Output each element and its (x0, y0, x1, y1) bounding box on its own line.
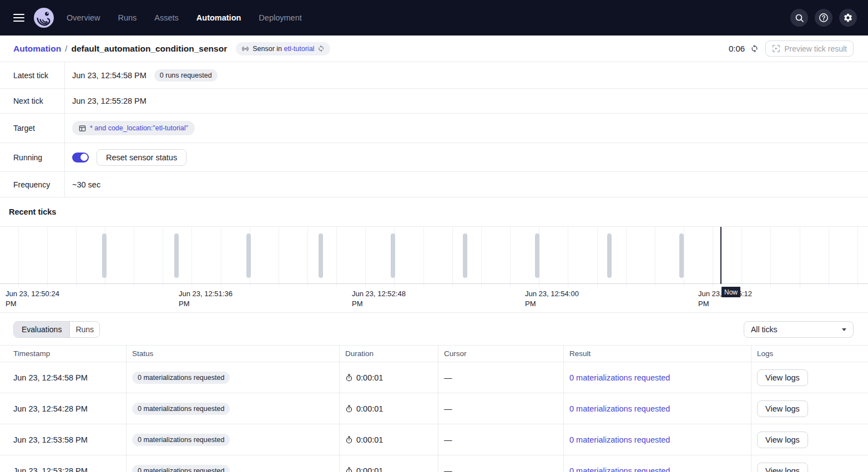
cell-duration: 0:00:01 (340, 455, 438, 472)
search-icon (795, 13, 804, 23)
tick-bar[interactable] (607, 234, 612, 278)
reload-icon[interactable] (317, 45, 325, 52)
page-header: Automation / default_automation_conditio… (0, 35, 868, 62)
frequency-label: Frequency (0, 172, 65, 197)
axis-label: Jun 23, 12:50:24PM (6, 289, 59, 309)
tick-bar[interactable] (535, 234, 539, 278)
breadcrumb-automation-link[interactable]: Automation (13, 44, 61, 54)
view-logs-button[interactable]: View logs (757, 463, 808, 472)
now-marker-line (720, 227, 721, 284)
dagster-logo[interactable] (33, 7, 54, 28)
col-status: Status (127, 346, 340, 362)
tick-bar[interactable] (391, 234, 395, 278)
tick-bar[interactable] (679, 234, 684, 278)
axis-label: Jun 23, 12:54:00PM (525, 289, 579, 309)
sensor-icon (241, 45, 249, 53)
breadcrumb-separator: / (65, 44, 67, 54)
page: Overview Runs Assets Automation Deployme… (0, 0, 868, 472)
sensor-chip-label: Sensor in etl-tutorial (253, 45, 314, 53)
results-toolbar: Evaluations Runs All ticks (0, 312, 868, 345)
settings-button[interactable] (839, 9, 857, 27)
result-link[interactable]: 0 materializations requested (569, 466, 670, 472)
cell-cursor: — (438, 362, 564, 393)
stopwatch-icon (345, 405, 353, 413)
cell-status: 0 materializations requested (127, 362, 340, 393)
tick-bar[interactable] (174, 234, 179, 278)
next-tick-label: Next tick (0, 89, 65, 113)
cell-status: 0 materializations requested (127, 455, 340, 472)
cell-result: 0 materializations requested (564, 393, 751, 424)
nav-item-runs[interactable]: Runs (118, 13, 137, 22)
reset-sensor-status-button[interactable]: Reset sensor status (97, 149, 186, 166)
help-button[interactable] (815, 9, 832, 27)
latest-tick-value: Jun 23, 12:54:58 PM (72, 71, 147, 80)
gear-icon (843, 13, 853, 23)
col-result: Result (564, 346, 751, 362)
nav-item-assets[interactable]: Assets (154, 13, 179, 22)
refresh-icon (750, 44, 759, 53)
view-logs-button[interactable]: View logs (757, 369, 808, 386)
chevron-down-icon (842, 328, 846, 331)
menu-icon[interactable] (13, 14, 24, 22)
target-row: Target * and code_location:"etl-tutorial… (0, 114, 868, 143)
preview-icon (772, 44, 780, 53)
tick-bar[interactable] (246, 234, 251, 278)
nav-items: Overview Runs Assets Automation Deployme… (67, 13, 302, 22)
header-actions: 0:06 Preview tick result (729, 40, 854, 57)
breadcrumb: Automation / default_automation_conditio… (13, 44, 227, 54)
cell-cursor: — (438, 455, 564, 472)
axis-label: Jun 23, 12:51:36PM (179, 289, 233, 309)
next-tick-value: Jun 23, 12:55:28 PM (72, 97, 147, 105)
timeline-axis (0, 283, 868, 284)
now-badge: Now (721, 287, 740, 297)
tab-runs[interactable]: Runs (70, 322, 99, 337)
result-link[interactable]: 0 materializations requested (569, 373, 670, 382)
result-tabs: Evaluations Runs (13, 321, 100, 338)
tick-filter-dropdown[interactable]: All ticks (744, 321, 854, 338)
next-tick-row: Next tick Jun 23, 12:55:28 PM (0, 89, 868, 114)
cell-cursor: — (438, 393, 564, 424)
tick-bar[interactable] (102, 234, 107, 278)
help-icon (819, 13, 829, 23)
cell-result: 0 materializations requested (564, 455, 751, 472)
table-row: Jun 23, 12:53:58 PM 0 materializations r… (0, 424, 868, 455)
col-timestamp: Timestamp (0, 346, 127, 362)
tab-evaluations[interactable]: Evaluations (14, 322, 70, 337)
preview-tick-result-button[interactable]: Preview tick result (765, 40, 854, 57)
stopwatch-icon (345, 467, 353, 472)
latest-tick-label: Latest tick (0, 62, 65, 88)
result-link[interactable]: 0 materializations requested (569, 435, 670, 444)
col-logs: Logs (751, 346, 868, 362)
search-button[interactable] (790, 9, 808, 27)
axis-label: Jun 23, 12:52:48PM (352, 289, 406, 309)
cell-duration: 0:00:01 (340, 424, 438, 455)
etl-tutorial-link[interactable]: etl-tutorial (284, 45, 314, 53)
target-selection-chip[interactable]: * and code_location:"etl-tutorial" (72, 121, 195, 135)
nav-item-automation[interactable]: Automation (196, 13, 241, 22)
running-row: Running Reset sensor status (0, 143, 868, 172)
cell-timestamp: Jun 23, 12:54:58 PM (0, 362, 127, 393)
cell-status: 0 materializations requested (127, 393, 340, 424)
tick-bar[interactable] (319, 234, 323, 278)
nav-item-deployment[interactable]: Deployment (259, 13, 301, 22)
cell-status: 0 materializations requested (127, 424, 340, 455)
cell-result: 0 materializations requested (564, 424, 751, 455)
cell-timestamp: Jun 23, 12:53:28 PM (0, 455, 127, 472)
running-toggle[interactable] (72, 153, 89, 163)
table-row: Jun 23, 12:53:28 PM 0 materializations r… (0, 455, 868, 472)
top-nav: Overview Runs Assets Automation Deployme… (0, 0, 868, 35)
cell-duration: 0:00:01 (340, 362, 438, 393)
result-link[interactable]: 0 materializations requested (569, 404, 670, 413)
cell-logs: View logs (751, 424, 868, 455)
refresh-button[interactable] (750, 44, 759, 53)
cell-cursor: — (438, 424, 564, 455)
tick-bar[interactable] (463, 234, 467, 278)
stopwatch-icon (345, 436, 353, 444)
view-logs-button[interactable]: View logs (757, 400, 808, 417)
frequency-row: Frequency ~30 sec (0, 172, 868, 197)
cell-timestamp: Jun 23, 12:53:58 PM (0, 424, 127, 455)
nav-item-overview[interactable]: Overview (67, 13, 100, 22)
nav-right (790, 9, 857, 27)
sensor-name: default_automation_condition_sensor (71, 44, 227, 54)
view-logs-button[interactable]: View logs (757, 432, 808, 448)
